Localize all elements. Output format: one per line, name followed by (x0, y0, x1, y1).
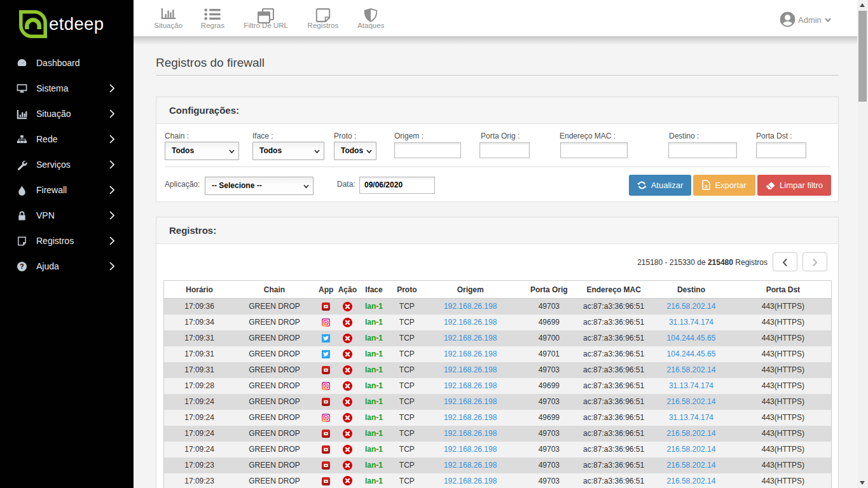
svg-text:?: ? (20, 263, 24, 270)
svg-text:etdeep: etdeep (49, 14, 104, 34)
svg-text:x: x (705, 183, 708, 189)
